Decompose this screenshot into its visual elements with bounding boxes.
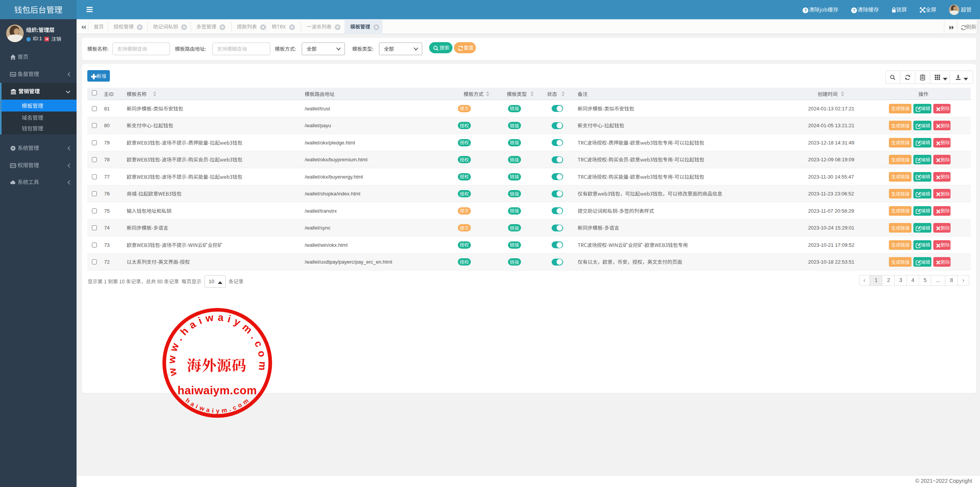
svg-text:haiwaiym.com: haiwaiym.com — [178, 384, 257, 397]
